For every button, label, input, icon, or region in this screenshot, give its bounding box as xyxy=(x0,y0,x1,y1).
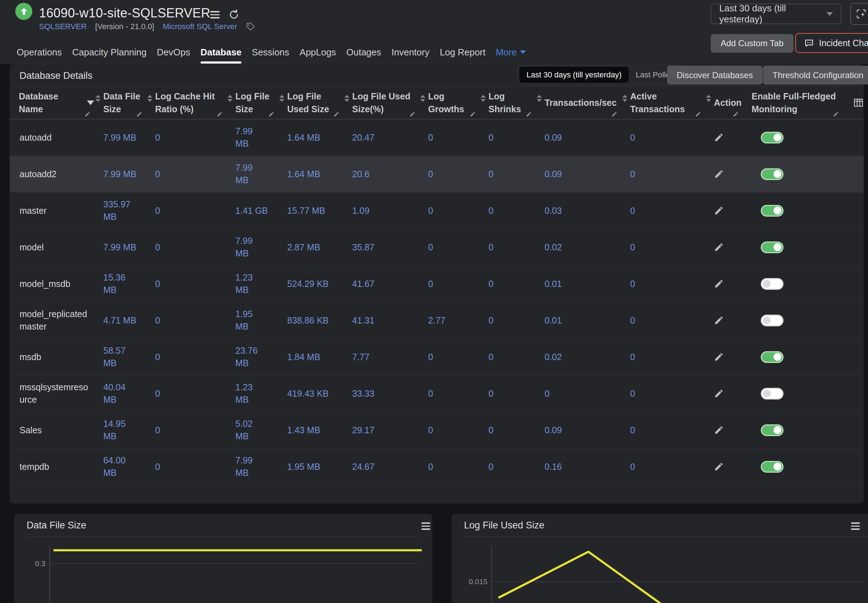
sort-arrows-icon[interactable] xyxy=(96,95,100,102)
metric-value-link[interactable]: 335.97 MB xyxy=(94,192,146,229)
metric-value-link[interactable]: 0 xyxy=(419,119,479,156)
metric-value-link[interactable]: 24.67 xyxy=(343,448,419,485)
metric-value-link[interactable]: 0.09 xyxy=(535,156,621,192)
range-option[interactable]: Last 30 days (till yesterday) xyxy=(519,67,629,83)
edit-threshold-icon[interactable] xyxy=(334,111,340,117)
metric-value-link[interactable]: 0 xyxy=(621,156,705,192)
metric-value-link[interactable]: 14.95 MB xyxy=(94,412,146,448)
metric-value-link[interactable]: 0 xyxy=(479,266,535,302)
metric-value-link[interactable]: 0 xyxy=(621,119,705,156)
tab-sessions[interactable]: Sessions xyxy=(252,40,289,64)
column-header[interactable]: Log Cache Hit Ratio (%) xyxy=(146,86,226,119)
column-header[interactable]: Log File Used Size(%) xyxy=(343,86,419,119)
metric-value-link[interactable]: 1.43 MB xyxy=(278,412,343,448)
metric-value-link[interactable]: 0 xyxy=(146,412,226,448)
full-fledged-monitoring-toggle[interactable] xyxy=(761,461,783,473)
metric-value-link[interactable]: 0 xyxy=(621,376,705,411)
metric-value-link[interactable]: 0 xyxy=(146,376,226,411)
metric-value-link[interactable]: 838.86 KB xyxy=(278,302,343,339)
metric-value-link[interactable]: 0 xyxy=(146,156,226,192)
metric-value-link[interactable]: 41.31 xyxy=(343,302,419,339)
sort-arrows-icon[interactable] xyxy=(481,95,486,102)
tab-inventory[interactable]: Inventory xyxy=(392,40,429,64)
sort-desc-icon[interactable] xyxy=(87,100,94,105)
metric-value-link[interactable]: 0 xyxy=(146,448,226,485)
metric-value-link[interactable]: 7.99 MB xyxy=(94,229,146,265)
edit-action-icon[interactable] xyxy=(714,462,724,472)
column-header[interactable]: Active Transactions xyxy=(621,86,705,119)
edit-threshold-icon[interactable] xyxy=(695,111,701,117)
metric-value-link[interactable]: 419.43 KB xyxy=(278,376,343,411)
metric-value-link[interactable]: 0.03 xyxy=(535,192,621,229)
metric-value-link[interactable]: 0.02 xyxy=(535,339,621,375)
metric-value-link[interactable]: 0 xyxy=(479,302,535,339)
metric-value-link[interactable]: 7.99 MB xyxy=(94,156,146,192)
metric-value-link[interactable]: 0 xyxy=(419,266,479,302)
edit-threshold-icon[interactable] xyxy=(526,111,532,117)
metric-value-link[interactable]: 1.09 xyxy=(343,192,419,229)
column-chooser-grid-icon[interactable] xyxy=(853,97,864,108)
metric-value-link[interactable]: 1.23 MB xyxy=(226,376,278,411)
metric-value-link[interactable]: 1.64 MB xyxy=(278,156,343,192)
metric-value-link[interactable]: 20.6 xyxy=(343,156,419,192)
full-fledged-monitoring-toggle[interactable] xyxy=(761,388,783,399)
metric-value-link[interactable]: 0.01 xyxy=(535,302,621,339)
metric-value-link[interactable]: 15.36 MB xyxy=(94,266,146,302)
metric-value-link[interactable]: 1.23 MB xyxy=(226,266,278,302)
sort-arrows-icon[interactable] xyxy=(622,95,627,102)
edit-threshold-icon[interactable] xyxy=(136,111,142,117)
full-fledged-monitoring-toggle[interactable] xyxy=(761,424,783,436)
edit-action-icon[interactable] xyxy=(714,388,724,399)
column-header[interactable]: Log File Size xyxy=(226,86,278,119)
metric-value-link[interactable]: 0 xyxy=(479,448,535,485)
tag-icon[interactable] xyxy=(246,22,255,31)
refresh-icon[interactable] xyxy=(228,9,240,21)
tab-more[interactable]: More xyxy=(496,40,525,64)
metric-value-link[interactable]: 0.02 xyxy=(535,229,621,265)
metric-value-link[interactable]: 0 xyxy=(621,266,705,302)
metric-value-link[interactable]: 15.77 MB xyxy=(278,192,343,229)
sort-arrows-icon[interactable] xyxy=(537,95,542,102)
metric-value-link[interactable]: 7.77 xyxy=(343,339,419,375)
column-header[interactable]: Database Name xyxy=(9,86,94,119)
sort-arrows-icon[interactable] xyxy=(420,95,425,102)
column-header[interactable]: Log Shrinks xyxy=(479,86,535,119)
metric-value-link[interactable]: 524.29 KB xyxy=(278,266,343,302)
metric-value-link[interactable]: 0 xyxy=(621,448,705,485)
metric-value-link[interactable]: 23.76 MB xyxy=(226,339,278,375)
edit-action-icon[interactable] xyxy=(714,315,724,325)
metric-value-link[interactable]: 0 xyxy=(146,119,226,156)
metric-value-link[interactable]: 1.84 MB xyxy=(278,339,343,375)
metric-value-link[interactable]: 0 xyxy=(146,302,226,339)
edit-threshold-icon[interactable] xyxy=(470,111,476,117)
metric-value-link[interactable]: 0.09 xyxy=(535,412,621,448)
metric-value-link[interactable]: 4.71 MB xyxy=(94,302,146,339)
metric-value-link[interactable]: 29.17 xyxy=(343,412,419,448)
edit-threshold-icon[interactable] xyxy=(216,111,222,117)
metric-value-link[interactable]: 0 xyxy=(146,229,226,265)
edit-action-icon[interactable] xyxy=(714,279,724,289)
edit-action-icon[interactable] xyxy=(714,242,724,252)
metric-value-link[interactable]: 0 xyxy=(621,229,705,265)
monitor-type-link[interactable]: SQLSERVER xyxy=(39,22,86,31)
metric-value-link[interactable]: 5.02 MB xyxy=(226,412,278,448)
edit-threshold-icon[interactable] xyxy=(611,111,617,117)
metric-value-link[interactable]: 7.99 MB xyxy=(94,119,146,156)
metric-value-link[interactable]: 20.47 xyxy=(343,119,419,156)
metric-value-link[interactable]: 0 xyxy=(419,339,479,375)
sort-arrows-icon[interactable] xyxy=(227,95,233,102)
tab-capacity-planning[interactable]: Capacity Planning xyxy=(72,40,147,64)
metric-value-link[interactable]: 0 xyxy=(419,412,479,448)
edit-action-icon[interactable] xyxy=(714,425,724,435)
product-link[interactable]: Microsoft SQL Server xyxy=(162,22,237,31)
metric-value-link[interactable]: 33.33 xyxy=(343,376,419,411)
edit-action-icon[interactable] xyxy=(714,133,724,142)
full-fledged-monitoring-toggle[interactable] xyxy=(761,132,783,144)
tab-outages[interactable]: Outages xyxy=(346,40,381,64)
ai-assist-button[interactable] xyxy=(850,3,868,25)
metric-value-link[interactable]: 2.87 MB xyxy=(278,229,343,265)
metric-value-link[interactable]: 0.09 xyxy=(535,119,621,156)
metric-value-link[interactable]: 0 xyxy=(419,229,479,265)
sort-arrows-icon[interactable] xyxy=(280,95,284,102)
metric-value-link[interactable]: 64.00 MB xyxy=(94,448,146,485)
